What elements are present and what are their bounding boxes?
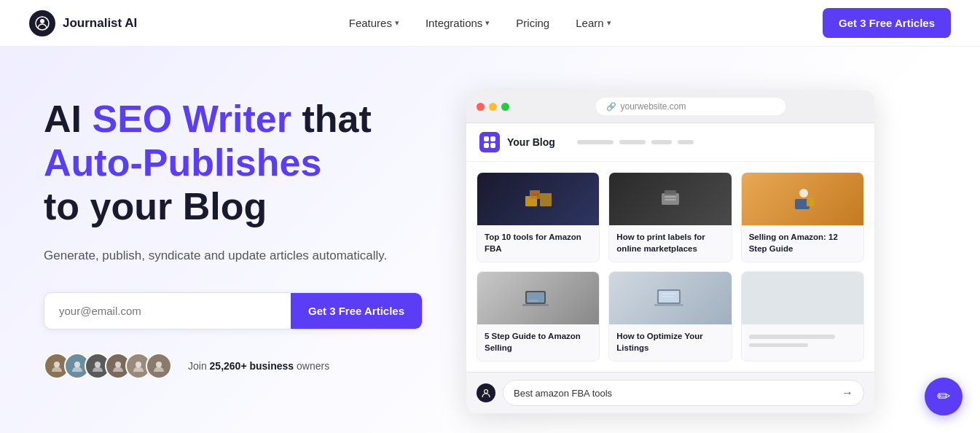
email-form: Get 3 Free Articles [44, 292, 423, 329]
headline-part1: AI [44, 98, 92, 140]
blog-card[interactable] [741, 271, 864, 362]
nav-line [619, 140, 646, 144]
blog-title: Your Blog [507, 136, 555, 148]
logo[interactable]: Journalist AI [29, 10, 137, 36]
browser-dots [477, 103, 509, 111]
svg-rect-18 [807, 198, 814, 206]
svg-point-1 [40, 19, 44, 23]
social-bold: 25,260+ business [210, 360, 294, 372]
headline-purple: SEO Writer [92, 98, 291, 140]
chevron-down-icon: ▾ [607, 18, 611, 28]
search-input-bar[interactable]: Best amazon FBA tools → [503, 380, 864, 406]
svg-point-28 [485, 390, 488, 394]
placeholder-line [749, 343, 808, 347]
browser-mockup: 🔗 yourwebsite.com Your Blog [466, 90, 874, 413]
social-text: Join 25,260+ business owners [188, 360, 329, 372]
search-query-text: Best amazon FBA tools [514, 388, 612, 399]
card-image-placeholder [742, 272, 863, 324]
hero-left: AI SEO Writer that Auto-Publishes to you… [44, 83, 423, 379]
nav-line [678, 140, 694, 144]
svg-rect-14 [665, 199, 676, 200]
headline-line2: Auto-Publishes [44, 141, 321, 184]
card-title: How to print labels for online marketpla… [609, 225, 731, 262]
nav-item-learn[interactable]: Learn ▾ [576, 17, 611, 29]
nav-line [577, 140, 614, 144]
browser-bar: 🔗 yourwebsite.com [466, 90, 874, 123]
card-image-amazon [477, 173, 599, 225]
hero-headline: AI SEO Writer that Auto-Publishes to you… [44, 98, 423, 228]
headline-line3: to your Blog [44, 185, 267, 227]
url-icon: 🔗 [606, 102, 616, 112]
nav-line [651, 140, 672, 144]
card-title: Top 10 tools for Amazon FBA [477, 225, 599, 262]
svg-rect-15 [665, 190, 676, 195]
avatar [146, 353, 172, 379]
social-pre: Join [188, 360, 210, 372]
email-input[interactable] [44, 293, 291, 329]
social-proof: Join 25,260+ business owners [44, 353, 423, 379]
nav-cta-button[interactable]: Get 3 Free Articles [823, 8, 951, 38]
hero-right: 🔗 yourwebsite.com Your Blog [466, 83, 936, 413]
logo-icon [29, 10, 55, 36]
navbar: Journalist AI Features ▾ Integrations ▾ … [0, 0, 980, 47]
chat-button[interactable]: ✏ [925, 378, 963, 416]
social-post: owners [294, 360, 329, 372]
chevron-down-icon: ▾ [395, 18, 399, 28]
blog-logo [479, 132, 500, 152]
dot-red [477, 103, 485, 111]
blog-header: Your Blog [466, 123, 874, 162]
blog-nav-lines [577, 140, 694, 144]
svg-rect-22 [528, 300, 538, 302]
nav-links: Features ▾ Integrations ▾ Pricing Learn … [349, 17, 611, 29]
blog-grid: Top 10 tools for Amazon FBA How to print… [466, 162, 874, 372]
svg-point-6 [136, 362, 141, 367]
blog-logo-inner [484, 136, 495, 148]
svg-point-3 [74, 362, 80, 367]
search-logo [477, 383, 495, 402]
svg-point-7 [156, 362, 162, 367]
card-image-laptop [477, 272, 599, 324]
chevron-down-icon: ▾ [485, 18, 490, 28]
card-image-laptop2 [609, 272, 731, 324]
svg-point-5 [115, 362, 121, 367]
card-title: 5 Step Guide to Amazon Selling [477, 324, 599, 361]
nav-item-features[interactable]: Features ▾ [349, 17, 399, 29]
svg-point-2 [54, 362, 60, 367]
email-cta-button[interactable]: Get 3 Free Articles [291, 293, 422, 329]
chat-icon: ✏ [937, 387, 950, 406]
placeholder-line [749, 335, 835, 339]
browser-url[interactable]: 🔗 yourwebsite.com [596, 98, 785, 115]
svg-rect-9 [540, 193, 552, 206]
card-title: Selling on Amazon: 12 Step Guide [742, 225, 863, 262]
card-image-delivery [742, 173, 863, 225]
nav-item-pricing[interactable]: Pricing [516, 17, 549, 29]
hero-section: AI SEO Writer that Auto-Publishes to you… [0, 47, 980, 433]
blog-card[interactable]: Top 10 tools for Amazon FBA [477, 172, 600, 262]
svg-point-4 [95, 362, 101, 367]
blog-card[interactable]: 5 Step Guide to Amazon Selling [477, 271, 600, 362]
url-text: yourwebsite.com [621, 101, 686, 112]
dot-yellow [489, 103, 497, 111]
blog-card[interactable]: How to Optimize Your Listings [608, 271, 732, 362]
card-title [742, 324, 863, 354]
card-title: How to Optimize Your Listings [609, 324, 731, 361]
svg-point-16 [799, 189, 808, 198]
blog-card[interactable]: Selling on Amazon: 12 Step Guide [741, 172, 864, 262]
search-submit-icon[interactable]: → [842, 386, 853, 399]
card-image-printer [609, 173, 731, 225]
dot-green [501, 103, 509, 111]
svg-rect-21 [522, 304, 549, 306]
svg-rect-13 [665, 196, 676, 198]
logo-text: Journalist AI [63, 16, 137, 31]
svg-rect-25 [654, 304, 683, 306]
browser-search: Best amazon FBA tools → [466, 372, 874, 413]
hero-subtext: Generate, publish, syndicate and update … [44, 246, 423, 265]
avatars [44, 353, 166, 379]
headline-part2: that [291, 98, 372, 140]
blog-card[interactable]: How to print labels for online marketpla… [608, 172, 732, 262]
nav-item-integrations[interactable]: Integrations ▾ [426, 17, 490, 29]
